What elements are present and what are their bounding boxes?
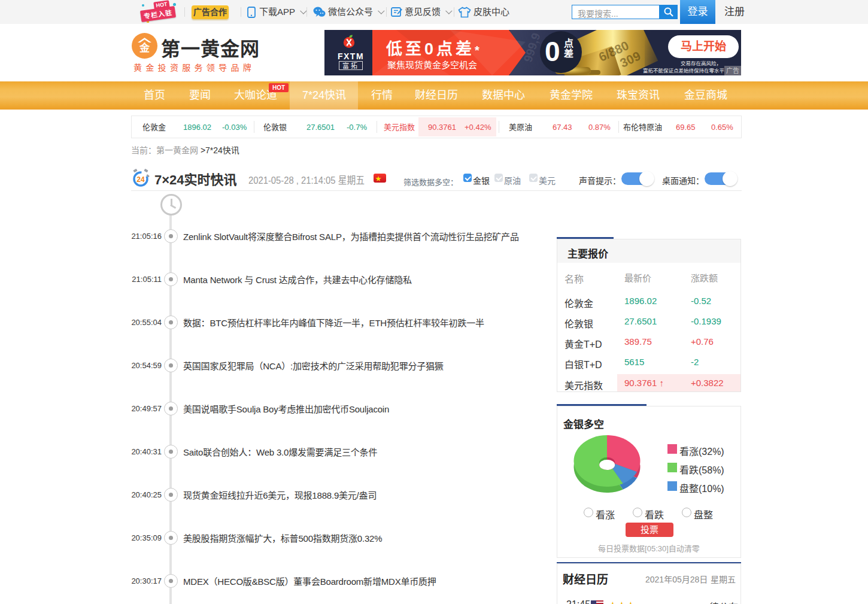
svg-text:金: 金 <box>139 42 150 54</box>
svg-text:24: 24 <box>136 175 145 184</box>
svg-text:★: ★ <box>375 175 381 182</box>
